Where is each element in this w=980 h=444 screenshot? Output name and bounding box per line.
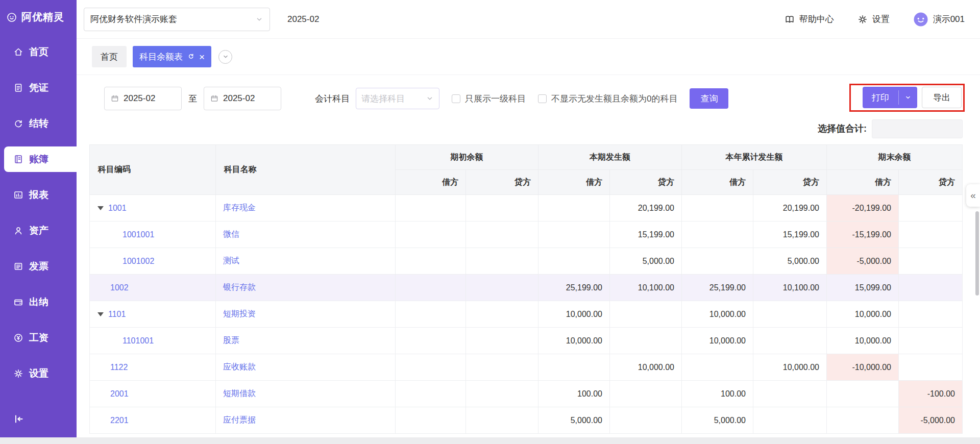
vertical-scrollbar-thumb[interactable] (975, 211, 979, 295)
account-set-select[interactable]: 阿优财务软件演示账套 (84, 8, 270, 31)
summary-row: 选择值合计: (77, 119, 980, 138)
subject-name-link[interactable]: 库存现金 (223, 203, 256, 212)
period-from-input[interactable] (104, 87, 182, 110)
amount-cell (753, 381, 827, 407)
subject-code-link[interactable]: 1101 (108, 310, 126, 319)
subject-name-link[interactable]: 股票 (223, 336, 239, 344)
checkbox-hide-zero[interactable]: 不显示无发生额且余额为0的科目 (538, 93, 677, 105)
sidebar-item-invoice[interactable]: 发票 (0, 254, 77, 279)
subject-code-link[interactable]: 1002 (110, 283, 129, 292)
topbar-right: 帮助中心 设置 (785, 12, 965, 27)
sidebar-item-label: 出纳 (29, 295, 48, 309)
print-dropdown-toggle[interactable] (899, 87, 917, 108)
amount-cell: -5,000.00 (827, 248, 899, 275)
amount-cell: 15,099.00 (827, 275, 899, 301)
subject-name-link[interactable]: 测试 (223, 256, 239, 265)
app-window: 阿优精灵 首页凭证结转账簿报表资产发票出纳工资设置 阿优财务软件演示账套 202… (0, 0, 980, 444)
subject-code-link[interactable]: 1101001 (122, 336, 154, 346)
tab-balance-sheet[interactable]: 科目余额表 × (133, 46, 211, 67)
subject-name-link[interactable]: 微信 (223, 230, 239, 238)
subject-code-link[interactable]: 1001 (108, 204, 127, 213)
subject-code-link[interactable]: 1122 (110, 363, 128, 372)
selected-total-label: 选择值合计: (818, 122, 867, 135)
sidebar-item-ledger[interactable]: 账簿 (4, 146, 77, 172)
amount-cell: 20,199.00 (753, 195, 827, 221)
sidebar-item-label: 首页 (29, 45, 48, 59)
sidebar-item-payroll[interactable]: 工资 (0, 325, 77, 351)
amount-cell: 5,000.00 (538, 407, 610, 434)
tab-home[interactable]: 首页 (92, 46, 127, 67)
refresh-icon[interactable] (187, 53, 194, 60)
balance-table: 科目编码科目名称期初余额本期发生额本年累计发生额期末余额借方贷方借方贷方借方贷方… (89, 144, 963, 434)
amount-cell (753, 328, 827, 354)
period-from-value[interactable] (124, 93, 175, 104)
subject-select[interactable]: 请选择科目 (356, 88, 439, 109)
subject-select-placeholder: 请选择科目 (361, 93, 405, 105)
subject-code-link[interactable]: 1001002 (122, 257, 154, 266)
carryover-icon (13, 118, 23, 129)
subject-field-label: 会计科目 (315, 93, 350, 105)
amount-cell: 100.00 (682, 381, 753, 407)
subject-name-link[interactable]: 短期借款 (223, 389, 256, 398)
subject-code-link[interactable]: 2001 (110, 389, 129, 399)
subject-code-link[interactable]: 2201 (110, 416, 129, 425)
sidebar-item-settings[interactable]: 设置 (0, 361, 77, 386)
amount-cell (538, 221, 610, 248)
tab-list-dropdown[interactable] (218, 50, 232, 64)
subject-name-cell: 应收账款 (216, 354, 396, 381)
checkbox-only-top-level[interactable]: 只展示一级科目 (452, 93, 526, 105)
col-header-debit: 借方 (396, 170, 466, 195)
amount-cell (396, 275, 466, 301)
print-button[interactable]: 打印 (863, 87, 917, 108)
subject-name-link[interactable]: 应付票据 (223, 415, 256, 424)
main-area: 阿优财务软件演示账套 2025-02 帮助中心 (77, 0, 980, 444)
sidebar-item-label: 报表 (29, 188, 48, 202)
subject-name-cell: 短期投资 (216, 301, 396, 328)
subject-name-link[interactable]: 应收账款 (223, 362, 256, 371)
export-button[interactable]: 导出 (922, 87, 962, 108)
amount-cell: 10,100.00 (610, 275, 682, 301)
username: 演示001 (933, 13, 965, 25)
query-button[interactable]: 查询 (690, 88, 728, 109)
filter-section: 至 会计科目 请选择科目 (77, 75, 980, 111)
subject-name-link[interactable]: 银行存款 (223, 283, 256, 291)
table-row: 1001库存现金20,199.0020,199.00-20,199.00 (90, 195, 963, 221)
sidebar-item-label: 发票 (29, 260, 48, 273)
user-menu[interactable]: 演示001 (913, 12, 965, 27)
sidebar-item-cashier[interactable]: 出纳 (0, 289, 77, 315)
sidebar-collapse-icon[interactable] (13, 413, 24, 425)
help-center-link[interactable]: 帮助中心 (785, 13, 834, 25)
table-body: 1001库存现金20,199.0020,199.00-20,199.001001… (90, 195, 963, 434)
amount-cell: 5,000.00 (753, 248, 827, 275)
subject-code-link[interactable]: 1001001 (122, 230, 154, 239)
sidebar-item-carryover[interactable]: 结转 (0, 111, 77, 136)
sidebar-item-report[interactable]: 报表 (0, 182, 77, 208)
col-header-debit: 借方 (682, 170, 753, 195)
amount-cell: 10,000.00 (827, 301, 899, 328)
sidebar-item-voucher[interactable]: 凭证 (0, 75, 77, 101)
sidebar-item-label: 资产 (29, 224, 48, 237)
amount-cell (396, 328, 466, 354)
amount-cell (466, 407, 538, 434)
period-to-input[interactable] (204, 87, 281, 110)
expand-toggle-icon[interactable] (97, 312, 104, 316)
sidebar-item-asset[interactable]: 资产 (0, 218, 77, 243)
amount-cell (682, 221, 753, 248)
close-tab-icon[interactable]: × (199, 52, 205, 62)
amount-cell: 10,000.00 (682, 328, 753, 354)
tab-home-label: 首页 (101, 51, 118, 63)
amount-cell (396, 221, 466, 248)
period-to-value[interactable] (223, 93, 275, 104)
amount-cell (827, 381, 899, 407)
expand-toggle-icon[interactable] (97, 206, 104, 210)
amount-cell (466, 354, 538, 381)
amount-cell (610, 328, 682, 354)
amount-cell (899, 301, 963, 328)
amount-cell (396, 381, 466, 407)
selected-total-input[interactable] (872, 119, 963, 138)
current-period: 2025-02 (287, 14, 319, 24)
collapse-panel-icon[interactable]: « (966, 184, 980, 207)
settings-link[interactable]: 设置 (857, 13, 890, 25)
subject-name-link[interactable]: 短期投资 (223, 309, 256, 318)
sidebar-item-home[interactable]: 首页 (0, 39, 77, 65)
